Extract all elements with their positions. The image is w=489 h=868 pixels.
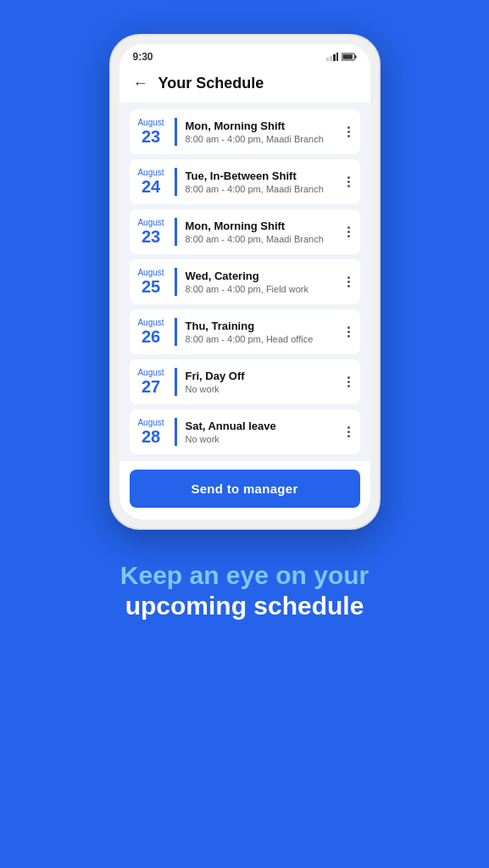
shift-name: Tue, In-Between Shift xyxy=(186,170,344,182)
more-dot xyxy=(347,385,350,387)
shift-name: Fri, Day Off xyxy=(186,370,344,382)
svg-rect-3 xyxy=(336,53,338,61)
date-day: 25 xyxy=(142,277,160,296)
app-header: ← Your Schedule xyxy=(119,66,370,103)
status-icons xyxy=(326,53,357,61)
more-options-button[interactable] xyxy=(344,223,353,241)
date-section: August 25 xyxy=(136,268,177,296)
date-day: 28 xyxy=(142,427,160,446)
shift-details: No work xyxy=(186,384,344,394)
shift-info: Wed, Catering 8:00 am - 4:00 pm, Field w… xyxy=(186,270,344,294)
more-options-button[interactable] xyxy=(344,273,353,291)
schedule-list: August 23 Mon, Morning Shift 8:00 am - 4… xyxy=(119,103,370,461)
more-dot xyxy=(347,281,350,283)
date-month: August xyxy=(137,118,164,127)
svg-rect-6 xyxy=(342,54,353,58)
more-options-button[interactable] xyxy=(344,423,353,441)
send-to-manager-button[interactable]: Send to manager xyxy=(130,470,360,508)
shift-details: No work xyxy=(186,434,344,444)
more-dot xyxy=(347,185,350,187)
more-dot xyxy=(347,431,350,433)
date-section: August 23 xyxy=(136,218,177,246)
shift-info: Sat, Annual leave No work xyxy=(186,420,344,444)
more-options-button[interactable] xyxy=(344,373,353,391)
shift-details: 8:00 am - 4:00 pm, Maadi Branch xyxy=(186,234,344,244)
status-time: 9:30 xyxy=(133,51,153,63)
schedule-item: August 24 Tue, In-Between Shift 8:00 am … xyxy=(130,159,360,204)
more-dot xyxy=(347,326,350,329)
date-day: 26 xyxy=(142,327,160,346)
date-day: 27 xyxy=(142,377,160,396)
phone-mockup: 9:30 ← Your Schedule xyxy=(109,34,381,530)
date-day: 24 xyxy=(142,177,160,196)
schedule-item: August 27 Fri, Day Off No work xyxy=(130,359,360,404)
date-month: August xyxy=(137,268,164,277)
date-month: August xyxy=(137,168,164,177)
date-section: August 27 xyxy=(136,368,177,396)
shift-details: 8:00 am - 4:00 pm, Maadi Branch xyxy=(186,184,344,194)
shift-info: Thu, Training 8:00 am - 4:00 pm, Head of… xyxy=(186,320,344,344)
more-dot xyxy=(347,285,350,287)
shift-details: 8:00 am - 4:00 pm, Field work xyxy=(186,284,344,294)
tagline-line2: upcoming schedule xyxy=(120,591,369,621)
date-day: 23 xyxy=(142,227,160,246)
schedule-item: August 26 Thu, Training 8:00 am - 4:00 p… xyxy=(130,309,360,354)
svg-rect-0 xyxy=(326,58,329,61)
more-dot xyxy=(347,135,350,137)
more-dot xyxy=(347,181,350,183)
shift-details: 8:00 am - 4:00 pm, Maadi Branch xyxy=(186,134,344,144)
more-dot xyxy=(347,331,350,333)
shift-info: Mon, Morning Shift 8:00 am - 4:00 pm, Ma… xyxy=(186,120,344,144)
more-dot xyxy=(347,126,350,129)
battery-icon xyxy=(342,53,357,61)
more-dot xyxy=(347,435,350,437)
schedule-item: August 23 Mon, Morning Shift 8:00 am - 4… xyxy=(130,109,360,154)
send-button-container: Send to manager xyxy=(119,461,370,520)
phone-screen: 9:30 ← Your Schedule xyxy=(119,44,370,520)
more-dot xyxy=(347,276,350,279)
svg-rect-1 xyxy=(330,56,332,61)
schedule-item: August 25 Wed, Catering 8:00 am - 4:00 p… xyxy=(130,259,360,304)
more-dot xyxy=(347,376,350,379)
more-options-button[interactable] xyxy=(344,123,353,141)
shift-info: Tue, In-Between Shift 8:00 am - 4:00 pm,… xyxy=(186,170,344,194)
shift-name: Wed, Catering xyxy=(186,270,344,282)
tagline-line1: Keep an eye on your xyxy=(120,560,369,591)
schedule-item: August 23 Mon, Morning Shift 8:00 am - 4… xyxy=(130,209,360,254)
shift-info: Mon, Morning Shift 8:00 am - 4:00 pm, Ma… xyxy=(186,220,344,244)
shift-name: Thu, Training xyxy=(186,320,344,332)
tagline-section: Keep an eye on your upcoming schedule xyxy=(86,560,403,621)
more-options-button[interactable] xyxy=(344,323,353,341)
schedule-item: August 28 Sat, Annual leave No work xyxy=(130,409,360,454)
more-dot xyxy=(347,381,350,383)
more-dot xyxy=(347,235,350,237)
more-dot xyxy=(347,131,350,133)
signal-icon xyxy=(326,53,338,61)
shift-name: Sat, Annual leave xyxy=(186,420,344,432)
shift-info: Fri, Day Off No work xyxy=(186,370,344,394)
status-bar: 9:30 xyxy=(119,44,370,66)
date-month: August xyxy=(137,218,164,227)
date-month: August xyxy=(137,368,164,377)
date-section: August 23 xyxy=(136,118,177,146)
more-dot xyxy=(347,226,350,229)
more-dot xyxy=(347,176,350,179)
more-dot xyxy=(347,335,350,337)
shift-name: Mon, Morning Shift xyxy=(186,220,344,232)
shift-name: Mon, Morning Shift xyxy=(186,120,344,132)
shift-details: 8:00 am - 4:00 pm, Head office xyxy=(186,334,344,344)
more-dot xyxy=(347,231,350,233)
page-title: Your Schedule xyxy=(158,75,264,92)
svg-rect-5 xyxy=(354,55,356,58)
date-month: August xyxy=(137,318,164,327)
date-section: August 24 xyxy=(136,168,177,196)
more-options-button[interactable] xyxy=(344,173,353,191)
more-dot xyxy=(347,426,350,429)
back-button[interactable]: ← xyxy=(133,75,148,92)
date-section: August 26 xyxy=(136,318,177,346)
date-day: 23 xyxy=(142,127,160,146)
date-section: August 28 xyxy=(136,418,177,446)
svg-rect-2 xyxy=(333,54,336,61)
date-month: August xyxy=(137,418,164,427)
